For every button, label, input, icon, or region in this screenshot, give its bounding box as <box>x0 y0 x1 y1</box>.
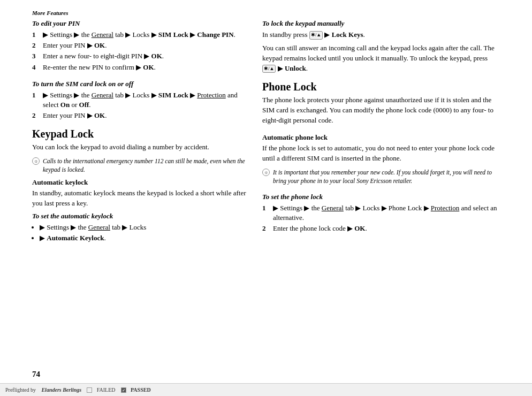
phone-lock-body: The phone lock protects your phone again… <box>262 95 500 126</box>
edit-pin-steps: 1 ▶ Settings ▶ the General tab ▶ Locks ▶… <box>32 30 246 72</box>
set-phone-lock-steps: 1 ▶ Settings ▶ the General tab ▶ Locks ▶… <box>262 203 500 234</box>
step-content: Enter your PIN ▶ OK. <box>43 41 246 50</box>
passed-label: PASSED <box>131 387 151 393</box>
page-number: 74 <box>32 370 40 379</box>
header-text: More Features <box>32 10 69 16</box>
fail-checkbox <box>87 387 92 393</box>
section-lock-keypad-manually: To lock the keypad manually In standby p… <box>262 19 500 73</box>
auto-phone-lock-note-box: ☼ It is important that you remember your… <box>262 168 500 185</box>
set-auto-keylock-bullets: ▶ Settings ▶ the General tab ▶ Locks ▶ A… <box>32 223 246 243</box>
step-item: 1 ▶ Settings ▶ the General tab ▶ Locks ▶… <box>262 203 500 223</box>
preflight-bar: Preflighted by Elanders Berlings FAILED … <box>0 383 532 396</box>
step-content: Enter a new four- to eight-digit PIN ▶ O… <box>43 51 246 61</box>
note-icon2: ☼ <box>262 169 270 176</box>
section-set-phone-lock: To set the phone lock 1 ▶ Settings ▶ the… <box>262 193 500 234</box>
auto-phone-lock-body: If the phone lock is set to automatic, y… <box>262 143 500 164</box>
star-key-icon2: ✱/▲ <box>262 65 276 73</box>
sim-lock-title: To turn the SIM card lock on or off <box>32 80 246 88</box>
step-content: Enter your PIN ▶ OK. <box>43 111 246 120</box>
bullet-item: ▶ Automatic Keylock. <box>40 233 246 243</box>
left-column: To edit your PIN 1 ▶ Settings ▶ the Gene… <box>32 19 246 250</box>
step-content: ▶ Settings ▶ the General tab ▶ Locks ▶ P… <box>273 203 500 223</box>
preflight-logo: Preflighted by Elanders Berlings <box>5 387 81 393</box>
preflight-passed: ✓ PASSED <box>121 387 151 393</box>
set-auto-keylock-title: To set the automatic keylock <box>32 212 246 220</box>
step-item: 2 Enter your PIN ▶ OK. <box>32 41 246 50</box>
failed-label: FAILED <box>97 387 116 393</box>
step-num: 2 <box>32 41 41 50</box>
keypad-lock-note-box: ☼ Calls to the international emergency n… <box>32 157 246 174</box>
sim-lock-steps: 1 ▶ Settings ▶ the General tab ▶ Locks ▶… <box>32 90 246 121</box>
auto-keylock-body: In standby, automatic keylock means the … <box>32 188 246 209</box>
lock-keypad-body2: You can still answer an incoming call an… <box>262 43 500 74</box>
step-num: 1 <box>32 90 41 110</box>
step-num: 2 <box>32 111 41 120</box>
step-item: 2 Enter your PIN ▶ OK. <box>32 111 246 120</box>
step-content: Enter the phone lock code ▶ OK. <box>273 224 500 233</box>
preflight-prefix: Preflighted by <box>5 387 36 393</box>
step-num: 3 <box>32 51 41 61</box>
auto-keylock-title: Automatic keylock <box>32 178 246 187</box>
page-header: More Features <box>0 0 532 19</box>
auto-phone-lock-title: Automatic phone lock <box>262 133 500 142</box>
pass-checkbox: ✓ <box>121 387 126 393</box>
section-edit-pin: To edit your PIN 1 ▶ Settings ▶ the Gene… <box>32 19 246 72</box>
step-num: 1 <box>32 30 41 40</box>
step-item: 3 Enter a new four- to eight-digit PIN ▶… <box>32 51 246 61</box>
step-num: 1 <box>262 203 271 223</box>
section-phone-lock: Phone Lock The phone lock protects your … <box>262 81 500 126</box>
step-content: Re-enter the new PIN to confirm ▶ OK. <box>43 63 246 72</box>
section-keypad-lock: Keypad Lock You can lock the keypad to a… <box>32 128 246 243</box>
step-item: 2 Enter the phone lock code ▶ OK. <box>262 224 500 233</box>
step-item: 1 ▶ Settings ▶ the General tab ▶ Locks ▶… <box>32 30 246 40</box>
step-content: ▶ Settings ▶ the General tab ▶ Locks ▶ S… <box>43 30 246 40</box>
star-key-icon: ✱/▲ <box>309 31 323 39</box>
step-num: 2 <box>262 224 271 233</box>
step-content: ▶ Settings ▶ the General tab ▶ Locks ▶ S… <box>43 90 246 110</box>
keypad-lock-body: You can lock the keypad to avoid dialing… <box>32 142 246 153</box>
keypad-lock-title: Keypad Lock <box>32 128 246 140</box>
section-auto-phone-lock: Automatic phone lock If the phone lock i… <box>262 133 500 185</box>
keypad-lock-note-text: Calls to the international emergency num… <box>43 157 246 174</box>
preflight-brand: Elanders Berlings <box>41 387 81 393</box>
auto-phone-lock-note-text: It is important that you remember your n… <box>273 168 500 185</box>
set-phone-lock-title: To set the phone lock <box>262 193 500 201</box>
page-container: More Features To edit your PIN 1 ▶ Setti… <box>0 0 532 396</box>
lock-keypad-manually-title: To lock the keypad manually <box>262 19 500 28</box>
content-area: To edit your PIN 1 ▶ Settings ▶ the Gene… <box>0 19 532 250</box>
step-item: 1 ▶ Settings ▶ the General tab ▶ Locks ▶… <box>32 90 246 110</box>
note-icon: ☼ <box>32 157 40 165</box>
lock-keypad-body1: In standby press ✱/▲ ▶ Lock Keys. <box>262 30 500 40</box>
right-column: To lock the keypad manually In standby p… <box>262 19 500 250</box>
bullet-item: ▶ Settings ▶ the General tab ▶ Locks <box>40 223 246 232</box>
edit-pin-title: To edit your PIN <box>32 19 246 28</box>
section-sim-lock: To turn the SIM card lock on or off 1 ▶ … <box>32 80 246 121</box>
step-item: 4 Re-enter the new PIN to confirm ▶ OK. <box>32 63 246 72</box>
preflight-failed: FAILED <box>87 387 115 393</box>
step-num: 4 <box>32 63 41 72</box>
phone-lock-title: Phone Lock <box>262 81 500 93</box>
